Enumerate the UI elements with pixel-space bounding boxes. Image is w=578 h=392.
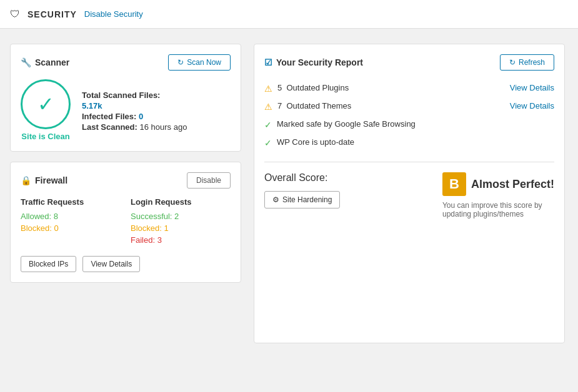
right-column: ☑ Your Security Report ↻ Refresh ⚠ 5 Out… bbox=[254, 44, 565, 343]
gear-icon: ⚙ bbox=[272, 195, 279, 204]
check-icon-2: ✓ bbox=[264, 120, 272, 130]
login-requests-col: Login Requests Successful: 2 Blocked: 1 … bbox=[131, 197, 231, 247]
firewall-title: 🔒 Firewall bbox=[21, 175, 67, 185]
overall-left: Overall Score: ⚙ Site Hardening bbox=[264, 172, 432, 208]
traffic-blocked-row: Blocked: 0 bbox=[21, 223, 121, 233]
report-item-text-1: 7 Outdated Themes bbox=[277, 101, 505, 110]
traffic-allowed-row: Allowed: 8 bbox=[21, 212, 121, 221]
firewall-stats-grid: Traffic Requests Allowed: 8 Blocked: 0 L… bbox=[21, 197, 231, 247]
security-report-header: ☑ Your Security Report ↻ Refresh bbox=[264, 54, 554, 71]
login-failed-row: Failed: 3 bbox=[131, 235, 231, 245]
shield-icon: 🛡 bbox=[10, 9, 20, 20]
report-item-0: ⚠ 5 Outdated Plugins View Details bbox=[264, 79, 554, 97]
scanner-card: 🔧 Scanner ↻ Scan Now ✓ Site is Clean bbox=[10, 44, 241, 152]
scanner-title: 🔧 Scanner bbox=[21, 57, 69, 67]
infected-row: Infected Files: 0 bbox=[82, 112, 231, 121]
overall-score-title: Overall Score: bbox=[264, 172, 432, 184]
firewall-icon: 🔒 bbox=[21, 175, 31, 185]
login-successful-row: Successful: 2 bbox=[131, 212, 231, 221]
infected-value: 0 bbox=[139, 112, 143, 121]
checkmark-icon: ✓ bbox=[37, 92, 54, 116]
warning-icon-0: ⚠ bbox=[264, 84, 272, 94]
checkbox-icon: ☑ bbox=[264, 57, 272, 67]
site-clean-label: Site is Clean bbox=[21, 132, 69, 141]
scanner-stats: Total Scanned Files: 5.17k Infected File… bbox=[82, 89, 231, 132]
traffic-requests-title: Traffic Requests bbox=[21, 197, 121, 207]
grade-label: Almost Perfect! bbox=[471, 178, 554, 191]
scanner-status-visual: ✓ Site is Clean bbox=[21, 79, 71, 141]
header: 🛡 SECURITY Disable Security bbox=[0, 0, 578, 29]
scan-now-button[interactable]: ↻ Scan Now bbox=[168, 54, 231, 71]
report-item-text-3: WP Core is upto-date bbox=[277, 137, 554, 147]
blocked-ips-button[interactable]: Blocked IPs bbox=[21, 256, 76, 272]
disable-security-link[interactable]: Disable Security bbox=[84, 9, 143, 19]
report-item-link-1[interactable]: View Details bbox=[510, 101, 554, 110]
refresh-icon: ↻ bbox=[509, 58, 516, 67]
report-item-text-0: 5 Outdated Plugins bbox=[277, 83, 505, 92]
scanner-body: ✓ Site is Clean Total Scanned Files: 5.1… bbox=[21, 79, 231, 141]
overall-score-section: Overall Score: ⚙ Site Hardening B Almost… bbox=[264, 172, 554, 218]
header-title: SECURITY bbox=[27, 9, 77, 19]
report-item-3: ✓ WP Core is upto-date bbox=[264, 134, 554, 152]
main-content: 🔧 Scanner ↻ Scan Now ✓ Site is Clean bbox=[0, 29, 575, 358]
clean-circle: ✓ bbox=[21, 79, 71, 129]
report-item-1: ⚠ 7 Outdated Themes View Details bbox=[264, 97, 554, 115]
scanner-card-header: 🔧 Scanner ↻ Scan Now bbox=[21, 54, 231, 71]
report-item-2: ✓ Marked safe by Google Safe Browsing bbox=[264, 115, 554, 134]
bug-icon: 🔧 bbox=[21, 57, 31, 67]
report-divider bbox=[264, 162, 554, 162]
grade-description: You can improve this score by updating p… bbox=[442, 201, 542, 218]
last-scanned-value: 16 hours ago bbox=[139, 122, 187, 132]
infected-label: Infected Files: bbox=[82, 112, 136, 121]
security-report-card: ☑ Your Security Report ↻ Refresh ⚠ 5 Out… bbox=[254, 44, 565, 343]
total-scanned-value-row: 5.17k bbox=[82, 101, 231, 110]
last-scanned-label: Last Scanned: bbox=[82, 122, 137, 132]
firewall-card: 🔒 Firewall Disable Traffic Requests Allo… bbox=[10, 162, 241, 283]
firewall-actions: Blocked IPs View Details bbox=[21, 256, 231, 272]
check-icon-3: ✓ bbox=[264, 138, 272, 148]
overall-right: B Almost Perfect! You can improve this s… bbox=[442, 172, 554, 218]
last-scanned-row: Last Scanned: 16 hours ago bbox=[82, 122, 231, 132]
traffic-requests-col: Traffic Requests Allowed: 8 Blocked: 0 bbox=[21, 197, 121, 247]
report-item-text-2: Marked safe by Google Safe Browsing bbox=[277, 119, 554, 129]
refresh-icon: ↻ bbox=[177, 58, 184, 67]
total-scanned-label: Total Scanned Files: bbox=[82, 91, 160, 100]
report-item-link-0[interactable]: View Details bbox=[510, 83, 554, 92]
refresh-button[interactable]: ↻ Refresh bbox=[500, 54, 554, 71]
warning-icon-1: ⚠ bbox=[264, 102, 272, 112]
grade-badge: B bbox=[442, 172, 466, 196]
grade-row: B Almost Perfect! bbox=[442, 172, 554, 196]
security-report-title: ☑ Your Security Report bbox=[264, 57, 363, 67]
site-hardening-button[interactable]: ⚙ Site Hardening bbox=[264, 191, 340, 208]
firewall-disable-button[interactable]: Disable bbox=[187, 172, 231, 189]
left-column: 🔧 Scanner ↻ Scan Now ✓ Site is Clean bbox=[10, 44, 241, 343]
firewall-view-details-button[interactable]: View Details bbox=[82, 256, 140, 272]
total-scanned-row: Total Scanned Files: bbox=[82, 91, 231, 100]
login-requests-title: Login Requests bbox=[131, 197, 231, 207]
firewall-card-header: 🔒 Firewall Disable bbox=[21, 172, 231, 189]
report-list: ⚠ 5 Outdated Plugins View Details ⚠ 7 Ou… bbox=[264, 79, 554, 152]
total-scanned-value: 5.17k bbox=[82, 101, 102, 110]
login-blocked-row: Blocked: 1 bbox=[131, 223, 231, 233]
